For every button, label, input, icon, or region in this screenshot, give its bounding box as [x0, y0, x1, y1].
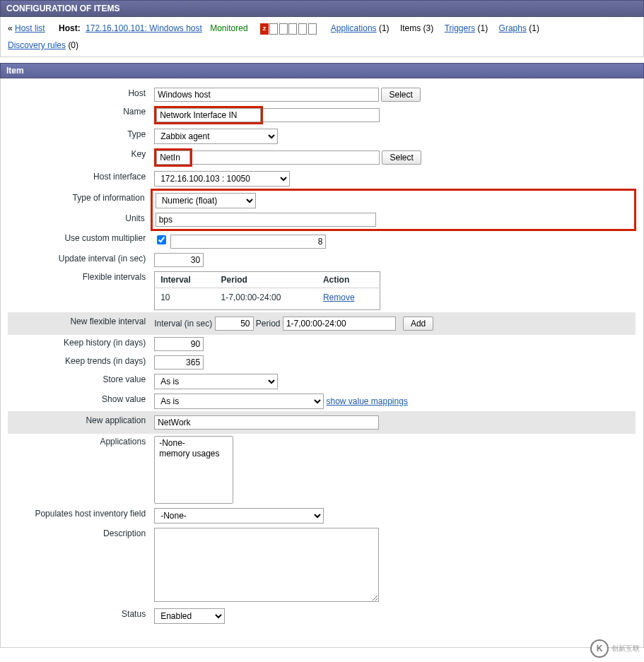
- status-select[interactable]: Enabled: [154, 608, 225, 624]
- col-period: Period: [216, 272, 317, 288]
- use-custom-multiplier-checkbox[interactable]: [157, 235, 166, 244]
- label-type: Type: [127, 129, 146, 139]
- host-interface-select[interactable]: 172.16.100.103 : 10050: [154, 171, 290, 187]
- label-keep-trends: Keep trends (in days): [65, 356, 146, 366]
- key-select-button[interactable]: Select: [382, 150, 421, 165]
- key-input[interactable]: [156, 150, 190, 165]
- nfi-period-input[interactable]: [283, 317, 396, 331]
- label-show-value: Show value: [102, 394, 146, 404]
- label-host-interface: Host interface: [93, 172, 146, 182]
- flexible-intervals-table: Interval Period Action 10 1-7,00:00-24:0…: [154, 271, 380, 310]
- tag-5-icon[interactable]: [298, 23, 307, 35]
- keep-history-input[interactable]: [154, 337, 204, 351]
- section-title: Item: [6, 66, 24, 76]
- graphs-count: (1): [529, 23, 539, 33]
- table-row: 10 1-7,00:00-24:00 Remove: [155, 288, 380, 310]
- name-input-tail[interactable]: [263, 108, 380, 122]
- nfi-period-label: Period: [256, 319, 281, 329]
- label-name: Name: [123, 107, 146, 117]
- host-link[interactable]: 172.16.100.101: Windows host: [86, 23, 202, 33]
- discovery-count: (0): [68, 40, 78, 50]
- page-title-bar: CONFIGURATION OF ITEMS: [0, 0, 644, 17]
- remove-link[interactable]: Remove: [323, 292, 355, 302]
- label-keep-history: Keep history (in days): [64, 338, 146, 348]
- type-of-information-select[interactable]: Numeric (float): [156, 193, 256, 208]
- key-input-tail[interactable]: [192, 150, 380, 165]
- section-bar: Item: [0, 63, 644, 78]
- tag-2-icon[interactable]: [269, 23, 278, 35]
- host-label: Host:: [59, 23, 81, 33]
- populates-inventory-select[interactable]: -None-: [154, 508, 324, 524]
- table-header-row: Interval Period Action: [155, 272, 380, 288]
- tag-4-icon[interactable]: [288, 23, 297, 35]
- tag-group: Z: [260, 23, 316, 35]
- nav-strip: « Host list Host: 172.16.100.101: Window…: [0, 17, 644, 57]
- label-flexible-intervals: Flexible intervals: [83, 272, 146, 282]
- host-input[interactable]: [154, 88, 379, 102]
- update-interval-input[interactable]: [154, 253, 204, 267]
- keep-trends-input[interactable]: [154, 355, 204, 370]
- units-input[interactable]: [156, 213, 376, 227]
- label-key: Key: [131, 149, 146, 159]
- page-title: CONFIGURATION OF ITEMS: [6, 4, 119, 13]
- cell-period: 1-7,00:00-24:00: [216, 288, 317, 310]
- label-applications: Applications: [100, 437, 146, 447]
- label-description: Description: [103, 528, 146, 538]
- label-units: Units: [125, 213, 144, 223]
- label-host: Host: [128, 88, 146, 98]
- description-textarea[interactable]: [154, 528, 379, 602]
- tag-3-icon[interactable]: [279, 23, 288, 35]
- nfi-add-button[interactable]: Add: [403, 317, 433, 331]
- nfi-interval-input[interactable]: [215, 317, 254, 331]
- host-list-link[interactable]: Host list: [15, 23, 45, 33]
- col-interval: Interval: [155, 272, 216, 288]
- nfi-interval-label: Interval (in sec): [154, 319, 212, 329]
- show-value-select[interactable]: As is: [154, 394, 324, 409]
- apps-option-memory: memory usages: [158, 449, 230, 459]
- label-status: Status: [122, 609, 146, 619]
- item-form: Host Select Name Type Zabbix agent Key: [8, 85, 636, 626]
- items-count: (3): [423, 23, 434, 33]
- tag-6-icon[interactable]: [308, 23, 317, 35]
- form-area: Host Select Name Type Zabbix agent Key: [0, 78, 644, 648]
- triggers-link[interactable]: Triggers: [445, 23, 476, 33]
- applications-list[interactable]: -None- memory usages: [154, 436, 233, 504]
- host-select-button[interactable]: Select: [381, 88, 420, 102]
- applications-link[interactable]: Applications: [331, 23, 377, 33]
- show-value-mappings-link[interactable]: show value mappings: [326, 396, 407, 406]
- new-application-input[interactable]: [154, 415, 379, 430]
- cell-interval: 10: [155, 288, 216, 310]
- tag-z-icon[interactable]: Z: [260, 23, 269, 35]
- label-new-flexible-interval: New flexible interval: [70, 317, 146, 326]
- label-type-of-information: Type of information: [73, 193, 145, 203]
- triggers-count: (1): [478, 23, 488, 33]
- back-arrow: «: [8, 23, 13, 33]
- label-new-application: New application: [86, 415, 146, 425]
- applications-count: (1): [379, 23, 390, 33]
- monitored-status: Monitored: [210, 23, 247, 33]
- graphs-link[interactable]: Graphs: [499, 23, 527, 33]
- label-use-custom-multiplier: Use custom multiplier: [64, 233, 146, 243]
- store-value-select[interactable]: As is: [154, 374, 278, 389]
- col-action: Action: [317, 272, 380, 288]
- discovery-rules-link[interactable]: Discovery rules: [8, 40, 66, 50]
- items-link: Items: [400, 23, 421, 33]
- type-select[interactable]: Zabbix agent: [154, 129, 278, 144]
- multiplier-input[interactable]: [170, 235, 326, 249]
- label-store-value: Store value: [103, 374, 146, 384]
- label-update-interval: Update interval (in sec): [59, 254, 146, 264]
- apps-option-none: -None-: [158, 438, 230, 449]
- label-populates-inventory: Populates host inventory field: [35, 509, 146, 519]
- name-input[interactable]: [156, 108, 261, 122]
